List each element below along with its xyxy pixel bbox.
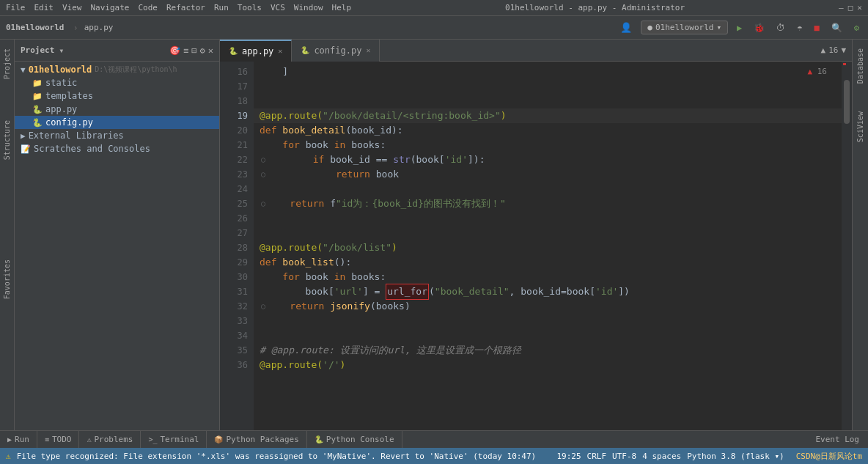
tab-run[interactable]: ▶ Run bbox=[0, 431, 37, 449]
tab-apppy[interactable]: 🐍 app.py ✕ bbox=[220, 40, 292, 62]
fold-icon-22[interactable]: ○ bbox=[261, 152, 265, 167]
menu-navigate[interactable]: Navigate bbox=[91, 3, 130, 12]
tab-todo[interactable]: ≡ TODO bbox=[37, 431, 80, 449]
event-log-label[interactable]: Event Log bbox=[815, 435, 859, 444]
code-kw-20: def bbox=[260, 123, 282, 138]
sidebar-vtab-favorites[interactable]: Favorites bbox=[1, 254, 12, 305]
fold-icon-32[interactable]: ○ bbox=[261, 299, 265, 314]
tree-item-apppy[interactable]: 🐍 app.py bbox=[15, 103, 219, 116]
code-p-29: (): bbox=[334, 255, 351, 270]
debug-button[interactable]: 🐞 bbox=[751, 21, 768, 34]
tree-item-static[interactable]: 📁 static bbox=[15, 76, 219, 89]
code-dec-28: @app.route( bbox=[260, 240, 323, 255]
code-line-23: ○ return book bbox=[254, 167, 842, 182]
run-config-selector[interactable]: ● 01helloworld ▾ bbox=[641, 21, 728, 34]
code-comma-31: , bbox=[510, 284, 515, 299]
tab-close-apppy[interactable]: ✕ bbox=[278, 47, 282, 55]
line-num-34: 34 bbox=[220, 328, 248, 343]
tab-icon-configpy: 🐍 bbox=[301, 46, 309, 54]
coverage-button[interactable]: ☂ bbox=[794, 21, 805, 34]
right-vtab-database[interactable]: Database bbox=[855, 43, 866, 89]
settings-button[interactable]: ⚙ bbox=[851, 21, 862, 34]
status-bar: ⚠ File type recognized: File extension '… bbox=[0, 448, 868, 464]
code-fstr-25: f bbox=[330, 196, 336, 211]
editor-scrollbar[interactable] bbox=[842, 62, 852, 430]
sort-icon[interactable]: ≡ bbox=[183, 45, 188, 56]
close-button[interactable]: ✕ bbox=[857, 3, 862, 12]
tree-label-configpy: config.py bbox=[45, 117, 93, 128]
menu-window[interactable]: Window bbox=[294, 3, 323, 12]
window-controls[interactable]: — □ ✕ bbox=[839, 3, 862, 12]
stop-button[interactable]: ■ bbox=[812, 21, 823, 34]
code-text-23 bbox=[267, 167, 336, 182]
tree-item-configpy[interactable]: 🐍 config.py bbox=[15, 116, 219, 129]
sidebar-dropdown-icon[interactable]: ▾ bbox=[59, 45, 64, 56]
code-str-22: 'id' bbox=[445, 152, 468, 167]
tab-close-configpy[interactable]: ✕ bbox=[366, 46, 370, 54]
code-line-24 bbox=[254, 182, 842, 196]
console-icon: 🐍 bbox=[315, 435, 323, 443]
tab-python-packages[interactable]: 📦 Python Packages bbox=[207, 431, 306, 449]
locate-icon[interactable]: 🎯 bbox=[169, 45, 180, 56]
status-python-version[interactable]: Python 3.8 (flask ▾) bbox=[687, 452, 784, 461]
code-str2-31: "book_detail" bbox=[435, 284, 510, 299]
menu-tools[interactable]: Tools bbox=[238, 3, 262, 12]
code-line-18 bbox=[254, 94, 842, 108]
menu-run[interactable]: Run bbox=[214, 3, 229, 12]
line-num-18: 18 bbox=[220, 94, 248, 108]
line-num-26: 26 bbox=[220, 211, 248, 226]
line-num-23: 23 bbox=[220, 167, 248, 182]
collapse-icon[interactable]: ⊟ bbox=[191, 45, 196, 56]
tab-terminal[interactable]: >_ Terminal bbox=[141, 431, 207, 449]
close-sidebar-icon[interactable]: ✕ bbox=[208, 45, 213, 56]
tree-item-external-libs[interactable]: ▶ External Libraries bbox=[15, 129, 219, 142]
menu-vcs[interactable]: VCS bbox=[271, 3, 285, 12]
maximize-button[interactable]: □ bbox=[848, 3, 853, 12]
menu-refactor[interactable]: Refactor bbox=[166, 3, 205, 12]
status-encoding[interactable]: UTF-8 bbox=[612, 452, 636, 461]
status-position[interactable]: 19:25 bbox=[556, 452, 581, 461]
tree-item-root[interactable]: ▼ 01helloworld D:\视频课程\python\h bbox=[15, 63, 219, 76]
gear-icon[interactable]: ⚙ bbox=[200, 45, 205, 56]
code-p2-20: ): bbox=[391, 123, 403, 138]
menu-edit[interactable]: Edit bbox=[34, 3, 54, 12]
tab-nav-left[interactable]: ▲ bbox=[821, 45, 826, 55]
code-editor[interactable]: 16 17 18 19 20 21 22 23 24 25 26 27 28 2… bbox=[220, 62, 852, 430]
status-crlf[interactable]: CRLF bbox=[587, 452, 607, 461]
code-dec-36: @app.route( bbox=[260, 358, 323, 372]
sidebar-vtab-structure[interactable]: Structure bbox=[1, 114, 12, 166]
bottom-panel: ▶ Run ≡ TODO ⚠ Problems >_ Terminal 📦 Py… bbox=[0, 430, 868, 448]
fold-icon-25[interactable]: ○ bbox=[261, 196, 265, 211]
code-fn-32: jsonify bbox=[330, 299, 370, 314]
code-str-36: '/' bbox=[323, 358, 339, 372]
tab-configpy[interactable]: 🐍 config.py ✕ bbox=[292, 40, 380, 62]
line-num-20: 20 bbox=[220, 123, 248, 138]
menu-help[interactable]: Help bbox=[332, 3, 352, 12]
code-line-27 bbox=[254, 226, 842, 240]
main-area: Project Structure Favorites Project ▾ 🎯 … bbox=[0, 40, 868, 430]
line-num-22: 22 bbox=[220, 152, 248, 167]
menu-bar[interactable]: File Edit View Navigate Code Refactor Ru… bbox=[6, 3, 351, 12]
menu-view[interactable]: View bbox=[62, 3, 82, 12]
code-content[interactable]: ] @app.route("/book/detail/<string:book_… bbox=[254, 62, 842, 430]
search-everywhere-button[interactable]: 🔍 bbox=[828, 21, 845, 34]
scrollbar-thumb[interactable] bbox=[844, 80, 850, 124]
menu-code[interactable]: Code bbox=[138, 3, 158, 12]
run-button[interactable]: ▶ bbox=[734, 21, 745, 34]
tab-label-apppy: app.py bbox=[242, 46, 273, 56]
minimize-button[interactable]: — bbox=[839, 3, 844, 12]
tab-problems[interactable]: ⚠ Problems bbox=[79, 431, 141, 449]
tab-python-console[interactable]: 🐍 Python Console bbox=[307, 431, 402, 449]
profile-button[interactable]: ⏱ bbox=[773, 21, 788, 34]
tree-item-templates[interactable]: 📁 templates bbox=[15, 89, 219, 103]
tab-nav-right[interactable]: ▼ bbox=[841, 45, 846, 55]
sidebar-vtab-project[interactable]: Project bbox=[1, 43, 12, 85]
code-p-31: ( bbox=[429, 284, 435, 299]
vcs-icon[interactable]: 👤 bbox=[617, 21, 635, 34]
tree-item-scratches[interactable]: 📝 Scratches and Consoles bbox=[15, 142, 219, 155]
status-indent[interactable]: 4 spaces bbox=[642, 452, 681, 461]
tree-label-apppy: app.py bbox=[45, 104, 77, 114]
right-vtab-sciview[interactable]: SciView bbox=[855, 106, 866, 148]
fold-icon-23[interactable]: ○ bbox=[261, 167, 265, 182]
menu-file[interactable]: File bbox=[6, 3, 26, 12]
